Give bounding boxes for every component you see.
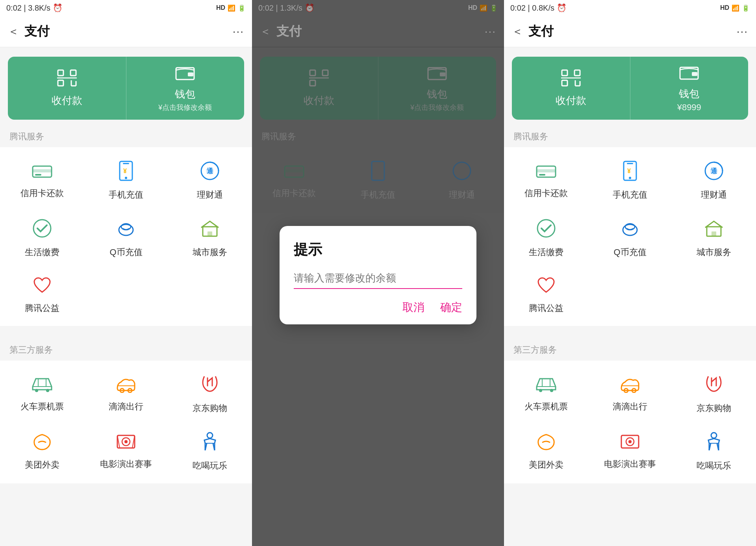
- movie-item-1[interactable]: 电影演出赛事: [84, 422, 168, 479]
- tencent-services-1: 信用卡还款 ¥ 手机充值 通 理财通: [0, 147, 252, 326]
- more-button-1[interactable]: ···: [233, 25, 244, 38]
- meituan-item-3[interactable]: 美团外卖: [504, 422, 588, 479]
- payment-card-3: 收付款 钱包 ¥8999: [512, 57, 748, 120]
- qcoin-icon-1: [116, 218, 136, 242]
- utility-icon-1: [32, 218, 52, 242]
- wallet-sublabel-1: ¥点击我修改余额: [158, 103, 212, 112]
- train-ticket-icon-3: [535, 376, 557, 396]
- svg-rect-1: [70, 70, 76, 76]
- qcoin-item-3[interactable]: Q币充值: [588, 209, 672, 266]
- signal-icon-3: 📶: [732, 4, 739, 12]
- meituan-item-1[interactable]: 美团外卖: [0, 422, 84, 479]
- back-button-1[interactable]: ＜: [8, 24, 19, 39]
- divider-1: [0, 326, 252, 333]
- balance-dialog: 提示 取消 确定: [280, 226, 476, 324]
- jd-icon-1: [200, 374, 220, 398]
- cancel-button[interactable]: 取消: [402, 300, 424, 315]
- city-service-item-3[interactable]: 城市服务: [672, 209, 756, 266]
- alarm-icon-3: ⏰: [557, 3, 567, 13]
- hd-icon-3: HD: [720, 4, 729, 11]
- svg-point-37: [207, 433, 213, 438]
- svg-text:¥: ¥: [123, 168, 127, 174]
- third-party-section-title-3: 第三方服务: [504, 333, 756, 361]
- svg-point-27: [35, 389, 38, 392]
- svg-rect-53: [562, 80, 567, 86]
- jd-item-1[interactable]: 京东购物: [168, 365, 252, 422]
- didi-label-3: 滴滴出行: [613, 401, 647, 413]
- payment-card-1: 收付款 钱包 ¥点击我修改余额: [8, 57, 244, 120]
- utility-label-1: 生活缴费: [25, 246, 59, 258]
- charity-label-1: 腾讯公益: [25, 302, 59, 314]
- licaitong-item-1[interactable]: 通 理财通: [168, 151, 252, 209]
- credit-card-label-3: 信用卡还款: [524, 187, 568, 199]
- utility-item-1[interactable]: 生活缴费: [0, 209, 84, 266]
- wallet-btn-1[interactable]: 钱包 ¥点击我修改余额: [126, 57, 245, 120]
- svg-rect-2: [58, 80, 63, 86]
- licaitong-item-3[interactable]: 通 理财通: [672, 151, 756, 209]
- entertainment-item-1[interactable]: 吃喝玩乐: [168, 422, 252, 479]
- utility-label-3: 生活缴费: [529, 246, 563, 258]
- didi-item-3[interactable]: 滴滴出行: [588, 365, 672, 422]
- svg-rect-52: [574, 70, 580, 76]
- didi-item-1[interactable]: 滴滴出行: [84, 365, 168, 422]
- movie-icon-3: [620, 433, 640, 453]
- divider-3: [504, 326, 756, 333]
- meituan-label-1: 美团外卖: [25, 459, 59, 471]
- train-ticket-item-1[interactable]: 火车票机票: [0, 365, 84, 422]
- wallet-icon-1: [175, 65, 195, 84]
- confirm-button[interactable]: 确定: [440, 300, 462, 315]
- third-party-services-3: 火车票机票 滴滴出行 京东购物: [504, 361, 756, 483]
- svg-rect-23: [208, 231, 212, 236]
- balance-input[interactable]: [294, 269, 462, 289]
- status-time-3: 0:02 | 0.8K/s ⏰: [510, 3, 567, 13]
- status-bar-1: 0:02 | 3.8K/s ⏰ HD 📶 🔋: [0, 0, 252, 16]
- qcoin-label-3: Q币充值: [613, 246, 646, 258]
- movie-item-3[interactable]: 电影演出赛事: [588, 422, 672, 479]
- didi-icon-3: [620, 376, 640, 396]
- train-ticket-item-3[interactable]: 火车票机票: [504, 365, 588, 422]
- phone-recharge-item-3[interactable]: ¥ 手机充值: [588, 151, 672, 209]
- phone-panel-2: 0:02 | 1.3K/s ⏰ HD 📶 🔋 ＜ 支付 ··· 收付款: [252, 0, 504, 546]
- charity-item-1[interactable]: 腾讯公益: [0, 266, 84, 322]
- svg-rect-11: [35, 174, 41, 176]
- credit-card-item-3[interactable]: 信用卡还款: [504, 151, 588, 209]
- svg-point-65: [629, 177, 631, 179]
- qcoin-item-1[interactable]: Q币充值: [84, 209, 168, 266]
- city-service-label-3: 城市服务: [697, 246, 731, 258]
- jd-label-1: 京东购物: [193, 402, 227, 414]
- phone-recharge-item-1[interactable]: ¥ 手机充值: [84, 151, 168, 209]
- signal-icon: 📶: [228, 4, 235, 12]
- page-title-1: 支付: [24, 23, 233, 40]
- jd-item-3[interactable]: 京东购物: [672, 365, 756, 422]
- svg-text:通: 通: [711, 167, 717, 174]
- svg-point-85: [628, 440, 632, 443]
- wallet-btn-3[interactable]: 钱包 ¥8999: [630, 57, 749, 120]
- city-service-item-1[interactable]: 城市服务: [168, 209, 252, 266]
- receive-payment-btn-3[interactable]: 收付款: [512, 57, 630, 120]
- back-button-3[interactable]: ＜: [512, 24, 523, 39]
- jd-icon-3: [704, 374, 724, 398]
- wallet-balance-3: ¥8999: [677, 102, 701, 113]
- charity-icon-1: [32, 276, 52, 298]
- train-ticket-icon-1: [31, 376, 53, 396]
- nav-bar-3: ＜ 支付 ···: [504, 16, 756, 47]
- receive-label-1: 收付款: [52, 94, 82, 107]
- receive-label-3: 收付款: [556, 94, 586, 107]
- movie-label-1: 电影演出赛事: [100, 458, 152, 470]
- entertainment-icon-1: [201, 431, 219, 455]
- nav-bar-1: ＜ 支付 ···: [0, 16, 252, 47]
- utility-item-3[interactable]: 生活缴费: [504, 209, 588, 266]
- svg-text:¥: ¥: [627, 168, 631, 174]
- svg-point-34: [124, 440, 128, 443]
- qcoin-label-1: Q币充值: [109, 246, 142, 258]
- svg-point-28: [46, 389, 49, 392]
- entertainment-item-3[interactable]: 吃喝玩乐: [672, 422, 756, 479]
- scan-icon-3: [561, 69, 581, 91]
- entertainment-label-1: 吃喝玩乐: [193, 460, 227, 472]
- dialog-title: 提示: [294, 240, 462, 259]
- more-button-3[interactable]: ···: [737, 25, 748, 38]
- charity-item-3[interactable]: 腾讯公益: [504, 266, 588, 322]
- credit-card-item-1[interactable]: 信用卡还款: [0, 151, 84, 209]
- receive-payment-btn-1[interactable]: 收付款: [8, 57, 126, 120]
- tencent-section-title-3: 腾讯服务: [504, 120, 756, 147]
